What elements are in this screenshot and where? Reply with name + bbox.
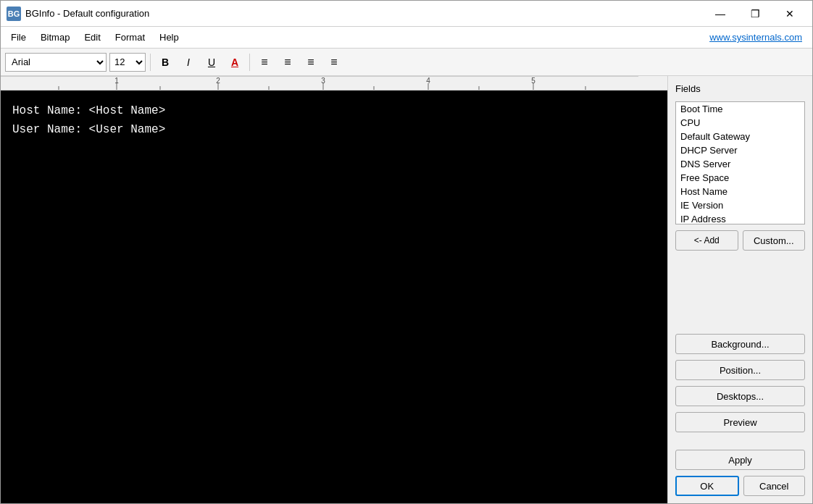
font-color-button[interactable]: A [225, 53, 245, 72]
background-button[interactable]: Background... [675, 334, 805, 354]
ok-button[interactable]: OK [675, 476, 739, 496]
right-panel: Fields Boot Time CPU Default Gateway DHC… [667, 76, 812, 503]
window-title: BGInfo - Default configuration [25, 8, 704, 19]
ruler-svg: // We'll draw in SVG inline [1, 76, 667, 91]
menu-bitmap[interactable]: Bitmap [33, 29, 77, 46]
field-item-host-name[interactable]: Host Name [676, 185, 804, 198]
position-button[interactable]: Position... [675, 360, 805, 380]
custom-button[interactable]: Custom... [743, 230, 806, 251]
svg-text:5: 5 [531, 77, 535, 85]
main-content: // We'll draw in SVG inline [1, 76, 812, 503]
editor-line-1: Host Name: <Host Name> [12, 102, 656, 121]
sysinternals-link[interactable]: www.sysinternals.com [702, 29, 809, 46]
toolbar-separator-2 [249, 54, 250, 71]
field-item-ip-address[interactable]: IP Address [676, 212, 804, 224]
apply-button[interactable]: Apply [675, 450, 805, 470]
align-right-button[interactable]: ≡ [301, 53, 321, 72]
title-bar: BG BGInfo - Default configuration — ❐ ✕ [1, 1, 812, 27]
bold-button[interactable]: B [155, 53, 175, 72]
preview-button[interactable]: Preview [675, 412, 805, 432]
gap [675, 438, 805, 444]
italic-button[interactable]: I [178, 53, 199, 72]
font-select[interactable]: Arial [5, 53, 107, 72]
fields-label: Fields [675, 83, 805, 94]
add-button[interactable]: <- Add [675, 230, 738, 251]
toolbar: Arial 12 B I U A ≡ ≡ ≡ ≡ [1, 49, 812, 76]
app-icon: BG [7, 7, 21, 21]
add-row: <- Add Custom... [675, 230, 805, 251]
main-window: BG BGInfo - Default configuration — ❐ ✕ … [0, 0, 813, 504]
desktops-button[interactable]: Desktops... [675, 386, 805, 406]
underline-button[interactable]: U [201, 53, 222, 72]
align-center-button[interactable]: ≡ [278, 53, 298, 72]
spacer [675, 256, 805, 328]
cancel-button[interactable]: Cancel [743, 476, 806, 496]
bullets-button[interactable]: ≡ [324, 53, 344, 72]
editor-area: // We'll draw in SVG inline [1, 76, 667, 503]
field-item-cpu[interactable]: CPU [676, 116, 804, 130]
editor-line-2: User Name: <User Name> [12, 121, 656, 140]
field-item-boot-time[interactable]: Boot Time [676, 102, 804, 116]
field-item-default-gateway[interactable]: Default Gateway [676, 130, 804, 143]
menu-bar: File Bitmap Edit Format Help www.sysinte… [1, 27, 812, 49]
minimize-button[interactable]: — [704, 4, 737, 24]
ruler: // We'll draw in SVG inline [1, 76, 667, 91]
svg-text:4: 4 [426, 77, 430, 85]
field-item-dhcp-server[interactable]: DHCP Server [676, 143, 804, 157]
svg-text:3: 3 [321, 77, 325, 85]
svg-text:1: 1 [114, 77, 119, 85]
restore-button[interactable]: ❐ [738, 4, 772, 24]
align-left-button[interactable]: ≡ [254, 53, 275, 72]
close-button[interactable]: ✕ [773, 4, 806, 24]
menu-file[interactable]: File [4, 29, 33, 46]
title-controls: — ❐ ✕ [704, 4, 806, 24]
text-canvas[interactable]: Host Name: <Host Name> User Name: <User … [1, 91, 667, 503]
field-item-ie-version[interactable]: IE Version [676, 198, 804, 212]
menu-help[interactable]: Help [152, 29, 186, 46]
field-item-dns-server[interactable]: DNS Server [676, 157, 804, 171]
size-select[interactable]: 12 [109, 53, 146, 72]
toolbar-separator-1 [150, 54, 151, 71]
menu-edit[interactable]: Edit [77, 29, 107, 46]
menu-format[interactable]: Format [108, 29, 152, 46]
ok-cancel-row: OK Cancel [675, 476, 805, 496]
fields-list[interactable]: Boot Time CPU Default Gateway DHCP Serve… [675, 101, 805, 224]
field-item-free-space[interactable]: Free Space [676, 171, 804, 185]
svg-text:2: 2 [216, 77, 220, 85]
